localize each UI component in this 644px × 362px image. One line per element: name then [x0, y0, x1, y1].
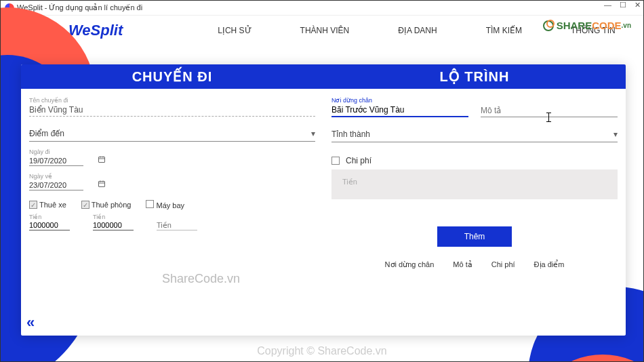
rent-car-checkbox[interactable]: ✓Thuê xe: [29, 201, 66, 209]
money-car-col: Tiền: [29, 214, 73, 230]
destination-select[interactable]: Điểm đến ▾: [29, 126, 315, 142]
sharecode-icon: [543, 20, 554, 31]
watermark-copyright: Copyright © ShareCode.vn: [1, 345, 643, 357]
chevron-down-icon: ▾: [613, 129, 618, 139]
header: WeSplit LỊCH SỬ THÀNH VIÊN ĐỊA DANH TÌM …: [1, 16, 643, 45]
cost-money-box: Tiền: [331, 169, 618, 199]
calendar-icon[interactable]: [98, 155, 106, 165]
depart-label: Ngày đi: [29, 148, 315, 155]
nav-members[interactable]: THÀNH VIÊN: [300, 26, 350, 35]
stop-input[interactable]: [331, 104, 468, 117]
cost-label: Chi phí: [346, 156, 371, 165]
province-select[interactable]: Tỉnh thành ▾: [331, 127, 618, 142]
back-button[interactable]: «: [26, 314, 35, 331]
trip-panel: Tên chuyến đi Điểm đến ▾ Ngày đi 19/07/2…: [21, 64, 323, 336]
money-car-input[interactable]: [29, 220, 70, 230]
stop-label: Nơi dừng chân: [331, 97, 468, 104]
depart-date-input[interactable]: 19/07/2020: [29, 156, 83, 166]
tab-stop[interactable]: Nơi dừng chân: [385, 260, 435, 269]
route-panel: Nơi dừng chân Tỉnh thành ▾ Chi phí Tiền …: [323, 64, 626, 336]
cost-checkbox[interactable]: [331, 157, 340, 165]
desc-input[interactable]: [481, 104, 618, 117]
minimize-button[interactable]: —: [604, 1, 611, 9]
nav-history[interactable]: LỊCH SỬ: [218, 26, 251, 35]
add-button[interactable]: Thêm: [437, 226, 512, 247]
plane-checkbox[interactable]: Máy bay: [146, 200, 184, 209]
destination-label: Điểm đến: [29, 129, 64, 138]
window-title: WeSplit - Ứng dụng quản lí chuyến đi: [17, 3, 142, 12]
calendar-icon[interactable]: [98, 180, 106, 189]
main-card: CHUYẾN ĐI LỘ TRÌNH Tên chuyến đi Điểm đế…: [21, 64, 626, 336]
money-room-input[interactable]: [93, 220, 134, 230]
province-label: Tỉnh thành: [331, 129, 370, 139]
tab-cost[interactable]: Chi phí: [491, 260, 515, 269]
return-date-input[interactable]: 23/07/2020: [29, 180, 83, 190]
close-button[interactable]: ✕: [635, 1, 641, 9]
return-label: Ngày về: [29, 173, 315, 180]
money-plane-col: [157, 214, 200, 230]
watermark: ShareCode.vn: [162, 272, 240, 286]
svg-rect-0: [99, 157, 105, 163]
rent-room-checkbox[interactable]: ✓Thuê phòng: [81, 201, 132, 209]
logo: WeSplit: [68, 22, 123, 39]
chevron-down-icon: ▾: [311, 129, 315, 138]
trip-name-label: Tên chuyến đi: [29, 97, 315, 104]
svg-rect-4: [99, 182, 105, 187]
window-title-bar: WeSplit - Ứng dụng quản lí chuyến đi — ☐…: [1, 1, 643, 16]
money-plane-input[interactable]: [157, 220, 197, 230]
maximize-button[interactable]: ☐: [620, 1, 626, 9]
route-tabs: Nơi dừng chân Mô tả Chi phí Địa điểm: [331, 260, 618, 269]
sharecode-logo: SHARECODE.vn: [543, 20, 631, 31]
tab-place[interactable]: Địa điểm: [534, 260, 565, 269]
nav-search[interactable]: TÌM KIẾM: [486, 26, 522, 35]
nav-places[interactable]: ĐỊA DANH: [398, 26, 437, 35]
tab-desc[interactable]: Mô tả: [453, 260, 472, 269]
trip-name-input[interactable]: [29, 104, 315, 117]
money-placeholder: Tiền: [342, 178, 357, 186]
money-room-col: Tiền: [93, 214, 136, 230]
text-cursor-icon: [548, 113, 549, 122]
